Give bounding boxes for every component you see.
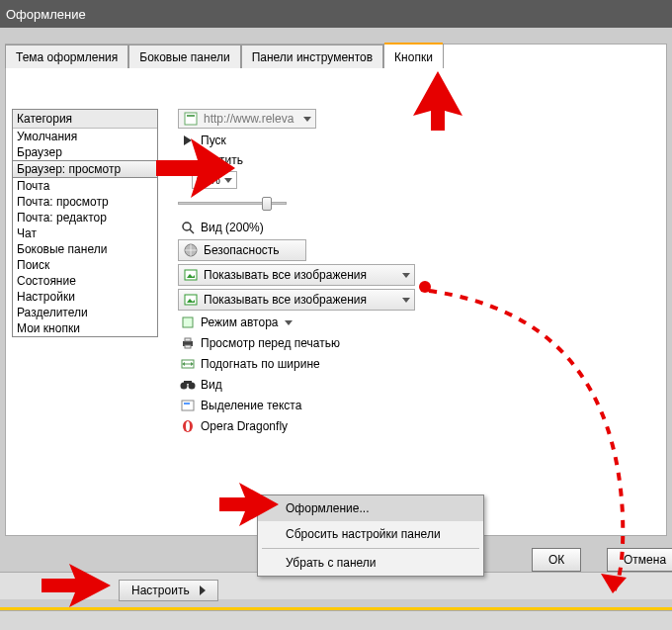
category-item-search[interactable]: Поиск xyxy=(13,257,157,273)
author-icon xyxy=(180,315,196,330)
svg-line-6 xyxy=(190,229,194,233)
chevron-down-icon xyxy=(285,318,293,326)
svg-rect-25 xyxy=(184,381,192,384)
svg-point-29 xyxy=(186,421,190,431)
svg-marker-34 xyxy=(42,564,111,607)
chevron-down-icon xyxy=(402,271,410,279)
tab-buttons[interactable]: Кнопки xyxy=(383,44,444,68)
ok-button[interactable]: ОК xyxy=(532,548,581,572)
text-select-icon xyxy=(180,398,196,413)
image-icon xyxy=(183,267,199,283)
svg-rect-17 xyxy=(185,338,191,341)
title-bar: Оформление xyxy=(0,0,672,28)
category-item-separators[interactable]: Разделители xyxy=(13,305,157,320)
svg-rect-14 xyxy=(183,317,193,327)
show-images-row-2[interactable]: Показывать все изображения xyxy=(178,289,415,311)
menu-separator xyxy=(262,548,479,549)
category-item-sidepanels[interactable]: Боковые панели xyxy=(13,241,157,257)
customize-button[interactable]: Настроить xyxy=(119,580,218,601)
view-row[interactable]: Вид xyxy=(178,376,455,394)
svg-rect-1 xyxy=(187,115,195,117)
magnifier-icon xyxy=(180,220,196,235)
category-header: Категория xyxy=(13,110,157,129)
image-icon xyxy=(183,292,199,308)
chevron-down-icon xyxy=(402,296,410,304)
slider-thumb[interactable] xyxy=(262,197,272,211)
category-item-mail[interactable]: Почта xyxy=(13,178,157,194)
security-row[interactable]: Безопасность xyxy=(178,239,306,261)
category-item-mail-editor[interactable]: Почта: редактор xyxy=(13,210,157,225)
opera-dragonfly-row[interactable]: Opera Dragonfly xyxy=(178,417,455,435)
svg-marker-13 xyxy=(402,298,410,303)
page-icon xyxy=(183,111,199,127)
bottom-statusbar xyxy=(0,610,672,630)
red-arrow-category xyxy=(156,138,235,198)
category-item-defaults[interactable]: Умолчания xyxy=(13,129,157,144)
svg-marker-33 xyxy=(219,483,279,526)
chevron-right-icon xyxy=(200,585,206,595)
chevron-down-icon xyxy=(303,115,311,123)
active-tab-accent xyxy=(384,43,443,45)
window-title: Оформление xyxy=(6,7,86,22)
svg-marker-32 xyxy=(156,138,235,198)
binoculars-icon xyxy=(180,377,196,393)
svg-point-5 xyxy=(183,223,191,230)
tab-theme[interactable]: Тема оформления xyxy=(5,45,128,68)
menu-remove-from-panel[interactable]: Убрать с панели xyxy=(258,550,483,576)
svg-rect-0 xyxy=(185,113,197,125)
url-text: http://www.releva xyxy=(204,112,294,126)
fit-width-icon xyxy=(180,356,196,372)
show-images-row-1[interactable]: Показывать все изображения xyxy=(178,264,415,286)
svg-rect-26 xyxy=(182,401,194,410)
context-menu: Оформление... Сбросить настройки панели … xyxy=(257,495,484,577)
menu-reset-panel[interactable]: Сбросить настройки панели xyxy=(258,521,483,547)
category-item-browser-view[interactable]: Браузер: просмотр xyxy=(13,160,157,178)
svg-marker-31 xyxy=(413,71,462,131)
svg-rect-18 xyxy=(185,345,191,348)
globe-icon xyxy=(183,242,199,258)
svg-marker-10 xyxy=(402,273,410,278)
red-arrow-context-menu xyxy=(219,483,279,526)
category-item-status[interactable]: Состояние xyxy=(13,273,157,289)
url-sample[interactable]: http://www.releva xyxy=(178,109,316,129)
tab-side-panels[interactable]: Боковые панели xyxy=(128,45,240,68)
svg-rect-27 xyxy=(184,403,190,405)
menu-appearance[interactable]: Оформление... xyxy=(258,495,483,521)
opera-icon xyxy=(180,418,196,434)
red-arrow-tab xyxy=(413,71,462,131)
svg-marker-30 xyxy=(200,585,206,595)
text-select-row[interactable]: Выделение текста xyxy=(178,397,455,414)
red-arrow-customize xyxy=(42,564,111,607)
category-item-my-buttons[interactable]: Мои кнопки xyxy=(13,320,157,336)
svg-marker-15 xyxy=(285,320,293,325)
category-item-settings[interactable]: Настройки xyxy=(13,289,157,305)
category-item-browser[interactable]: Браузер xyxy=(13,144,157,160)
fit-width-row[interactable]: Подогнать по ширине xyxy=(178,355,455,373)
cancel-button[interactable]: Отмена xyxy=(607,548,672,572)
category-item-mail-view[interactable]: Почта: просмотр xyxy=(13,194,157,210)
category-list[interactable]: Категория Умолчания Браузер Браузер: про… xyxy=(12,109,158,337)
tab-strip: Тема оформления Боковые панели Панели ин… xyxy=(5,44,444,67)
svg-marker-2 xyxy=(303,117,311,122)
view-zoom-row[interactable]: Вид (200%) xyxy=(178,219,455,236)
printer-icon xyxy=(180,335,196,351)
clear-button-row[interactable]: стить xyxy=(211,152,455,168)
category-item-chat[interactable]: Чат xyxy=(13,225,157,241)
print-preview-row[interactable]: Просмотр перед печатью xyxy=(178,334,455,352)
author-mode-row[interactable]: Режим автора xyxy=(178,314,455,331)
tab-toolbars[interactable]: Панели инструментов xyxy=(241,45,383,68)
